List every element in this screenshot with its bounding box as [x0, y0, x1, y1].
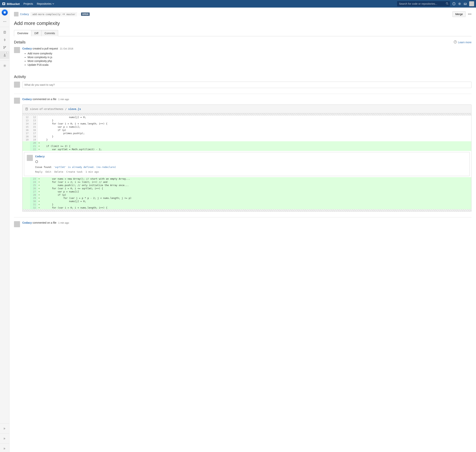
new-line-number: 12: [30, 116, 38, 119]
old-line-number: 15: [22, 125, 30, 128]
brand-text: Bitbucket: [7, 2, 20, 6]
edit-button[interactable]: Edit: [46, 170, 51, 173]
diff-line: 27+ var p = nums[i]: [22, 190, 471, 193]
sidebar-collapse-2[interactable]: [0, 435, 9, 442]
sidebar-source[interactable]: [0, 28, 9, 36]
create-task-button[interactable]: Create task: [66, 170, 83, 173]
diff-code: for (var i = 0; i <= sqrtlmt; i++) {: [41, 187, 103, 190]
svg-line-3: [448, 4, 449, 5]
header-right: ?: [397, 1, 474, 7]
old-line-number: 12: [22, 116, 30, 119]
divider: [14, 94, 471, 94]
source-branch: add-more-complexity: [32, 13, 60, 16]
pr-author-link[interactable]: Codacy: [20, 13, 29, 16]
inline-comment: CodacyIssue found: 'sqrtlmt' is already …: [24, 152, 470, 176]
inbox-icon[interactable]: [463, 2, 467, 6]
diff-line: 21+ if (limit >= 2) {: [22, 145, 471, 148]
new-line-number: 24: [30, 180, 38, 184]
commenter-avatar: [14, 98, 20, 104]
issue-link[interactable]: 'sqrtlmt' is already defined. (no-redecl…: [54, 166, 116, 168]
comment-action: commented on a file: [33, 221, 56, 224]
diff-code: for (var i = 2; i <= limit; i++) // and: [41, 180, 107, 184]
event-author-link[interactable]: Codacy: [22, 47, 32, 50]
nav-projects[interactable]: Projects: [23, 2, 33, 5]
diff-line: 31+ }: [22, 203, 471, 206]
sidebar-ellipsis[interactable]: [0, 18, 9, 25]
diff-code: nums[j] = 0;: [41, 116, 86, 119]
old-line-number: [22, 206, 30, 209]
old-line-number: [22, 141, 30, 145]
project-avatar[interactable]: </>: [1, 9, 8, 16]
commenter-avatar: [14, 221, 20, 227]
pr-status-badge: OPEN: [81, 13, 90, 16]
diff-line: 1515 var p = nums[i];: [22, 125, 471, 128]
spinner-icon: [35, 160, 467, 164]
diff-mark: +: [38, 184, 41, 187]
new-line-number: 28: [30, 193, 38, 196]
commenter-link[interactable]: Codacy: [22, 221, 32, 224]
file-icon: [25, 107, 28, 111]
chevron-right-icon: [4, 427, 6, 430]
tab-overview[interactable]: Overview: [14, 30, 31, 36]
sidebar-commits[interactable]: [0, 36, 9, 44]
new-line-number: 19: [30, 138, 38, 141]
diff-mark: +: [38, 196, 41, 200]
diff-code: primes.push(p);: [41, 132, 85, 135]
gear-icon: [3, 64, 6, 67]
nav-repositories[interactable]: Repositories: [37, 2, 54, 5]
diff-line: 24+ for (var i = 2; i <= limit; i++) // …: [22, 180, 471, 184]
sidebar-pull-requests[interactable]: 1: [0, 51, 9, 59]
diff-mark: +: [38, 141, 41, 145]
inline-commenter-avatar: [27, 155, 33, 161]
new-line-number: 30: [30, 200, 38, 203]
file-icon: [3, 31, 6, 34]
brand-logo[interactable]: Bitbucket: [2, 2, 20, 6]
file-name-link[interactable]: sieve.js: [68, 107, 81, 111]
new-line-number: 18: [30, 135, 38, 138]
sidebar-collapse-3[interactable]: [0, 445, 9, 452]
diff-line: 22+ var sqrtlmt = Math.sqrt(limit) - 2;: [22, 148, 471, 151]
search-icon[interactable]: [446, 2, 449, 6]
old-line-number: 18: [22, 135, 30, 138]
tab-commits[interactable]: Commits: [41, 30, 58, 36]
new-line-number: 16: [30, 128, 38, 132]
diff-tear-bottom: [22, 209, 471, 212]
event-date: 21 Oct 2016: [60, 47, 73, 50]
diff-mark: +: [38, 190, 41, 193]
svg-point-23: [4, 65, 5, 66]
user-avatar[interactable]: [469, 1, 474, 6]
sidebar-collapse[interactable]: [0, 425, 9, 432]
search-input[interactable]: [397, 1, 450, 7]
diff-mark: [38, 128, 41, 132]
learn-more-link[interactable]: ? Learn more: [454, 40, 471, 44]
diff-line: 32+ for (var i = 0; i < nums.length; i++…: [22, 206, 471, 209]
diff-mark: [38, 119, 41, 122]
merge-button[interactable]: Merge: [452, 11, 466, 17]
gear-icon[interactable]: [458, 2, 461, 6]
new-line-number: 29: [30, 196, 38, 200]
delete-button[interactable]: Delete: [54, 170, 63, 173]
left-sidebar: </> 1: [0, 7, 9, 452]
old-line-number: [22, 180, 30, 184]
reply-button[interactable]: Reply: [35, 170, 42, 173]
comment-input[interactable]: [22, 82, 471, 88]
tab-diff[interactable]: Diff: [31, 30, 41, 36]
svg-point-16: [4, 39, 5, 40]
commenter-link[interactable]: Codacy: [22, 98, 32, 101]
old-line-number: [22, 148, 30, 151]
inline-author[interactable]: Codacy: [35, 155, 467, 158]
old-line-number: 17: [22, 132, 30, 135]
file-comment-event-2: Codacy commented on a file 1 min ago: [14, 221, 471, 227]
diff-line: 1212 nums[j] = 0;: [22, 116, 471, 119]
new-line-number: 17: [30, 132, 38, 135]
diff-line: 20+: [22, 141, 471, 145]
new-line-number: 22: [30, 148, 38, 151]
sidebar-settings[interactable]: [0, 62, 9, 69]
help-icon[interactable]: ?: [452, 2, 456, 6]
pull-request-icon: [3, 53, 6, 56]
old-line-number: [22, 196, 30, 200]
more-actions-button[interactable]: •••: [468, 12, 471, 16]
new-line-number: 15: [30, 125, 38, 128]
sidebar-branches[interactable]: [0, 44, 9, 51]
diff-mark: [38, 138, 41, 141]
